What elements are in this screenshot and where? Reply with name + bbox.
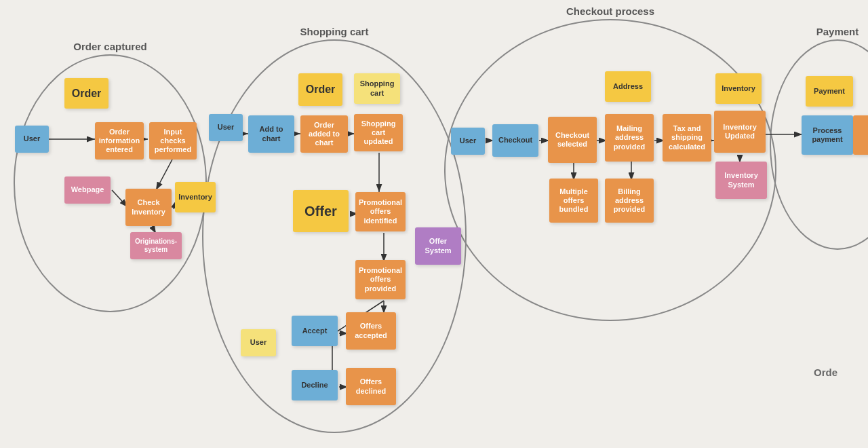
diagram-canvas: Order captured Shopping cart Checkout pr…	[0, 0, 868, 448]
note-promo-identified: Promotional offers identified	[355, 192, 406, 231]
note-shopping-cart-updated: Shopping cart updated	[354, 114, 403, 151]
note-shopping-cart-label: Shopping cart	[354, 73, 400, 104]
note-inventory-updated: Inventory Updated	[714, 111, 766, 153]
note-order2: Order	[298, 73, 342, 106]
note-payment: Payment	[806, 76, 853, 107]
note-add-to-chart: Add to chart	[248, 115, 294, 153]
ellipse-label-order-captured: Order captured	[73, 41, 146, 52]
note-user2: User	[209, 114, 243, 141]
note-order-info: Order information entered	[95, 122, 144, 160]
note-inventory-label: Inventory	[715, 73, 762, 104]
note-right-partial	[853, 115, 868, 155]
note-billing-address: Billing address provided	[605, 179, 654, 223]
ellipse-label-shopping-cart: Shopping cart	[300, 26, 369, 37]
note-input-checks: Input checks performed	[149, 122, 197, 160]
note-originations: Originations-system	[130, 232, 182, 259]
note-offers-accepted: Offers accepted	[346, 312, 396, 350]
note-user3: User	[241, 329, 276, 356]
note-checkout-selected: Checkout selected	[548, 117, 597, 163]
note-decline: Decline	[292, 370, 338, 400]
note-check-inventory: Check Inventory	[125, 189, 172, 226]
ellipse-label-checkout: Checkout process	[566, 5, 654, 17]
note-mailing-address: Mailing address provided	[605, 114, 654, 162]
order-partial-label: Orde	[814, 367, 837, 378]
note-user1: User	[15, 126, 49, 153]
note-checkout: Checkout	[492, 124, 538, 157]
note-promo-provided: Promotional offers provided	[355, 260, 406, 299]
note-process-payment: Process payment	[802, 115, 853, 155]
note-order-added: Order added to chart	[300, 115, 348, 153]
note-inventory1: Inventory	[175, 182, 216, 212]
note-multiple-offers: Multiple offers bundled	[549, 179, 598, 223]
note-inventory-system: Inventory System	[715, 162, 767, 199]
note-tax-shipping: Tax and shipping calculated	[663, 114, 711, 162]
note-address: Address	[605, 71, 651, 102]
note-user4: User	[451, 128, 485, 155]
note-order1: Order	[64, 78, 108, 109]
note-accept: Accept	[292, 316, 338, 346]
note-offer-big: Offer	[293, 190, 349, 232]
note-offers-declined: Offers declined	[346, 368, 396, 405]
ellipse-label-payment: Payment	[816, 26, 859, 37]
note-webpage: Webpage	[64, 176, 111, 204]
note-offer-system: Offer System	[415, 227, 461, 265]
